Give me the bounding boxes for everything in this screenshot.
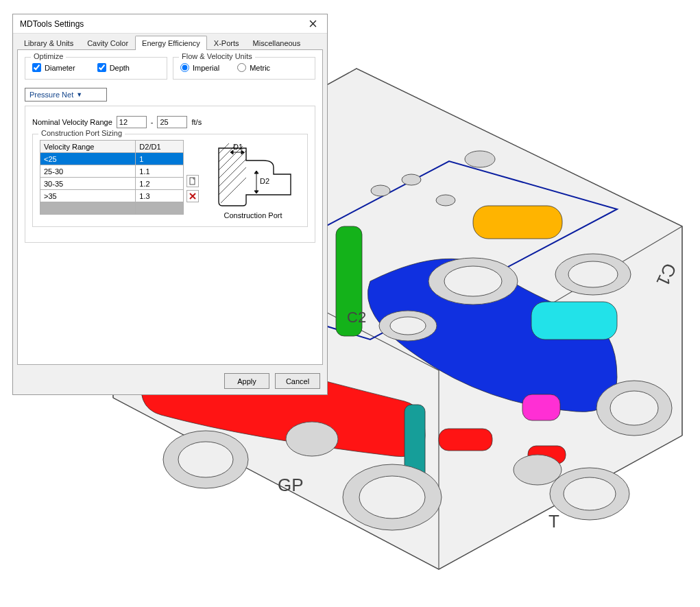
svg-point-18 (178, 442, 233, 477)
net-dropdown[interactable]: Pressure Net ▼ (25, 88, 107, 102)
tab-x-ports[interactable]: X-Ports (207, 36, 246, 50)
tab-library-units[interactable]: Library & Units (17, 36, 80, 50)
svg-point-10 (444, 266, 502, 296)
label-gp: GP (278, 475, 304, 496)
cps-th-range: Velocity Range (40, 141, 136, 153)
cps-table[interactable]: Velocity Range D2/D1 <25 1 (40, 140, 184, 215)
svg-point-12 (390, 317, 426, 335)
diagram-caption: Construction Port (206, 211, 300, 219)
settings-dialog: MDTools Settings Library & Units Cavity … (12, 14, 328, 395)
table-row[interactable]: 25-30 1.1 (40, 165, 184, 178)
cell-range: 30-35 (40, 178, 136, 190)
chevron-down-icon: ▼ (76, 91, 82, 98)
document-icon (189, 177, 197, 185)
units-legend: Flow & Velocity Units (179, 52, 255, 60)
cell-range: <25 (40, 153, 136, 165)
svg-line-38 (221, 178, 246, 203)
net-dropdown-value: Pressure Net (29, 91, 73, 99)
cps-diagram: D1 D2 Construction Port (206, 140, 300, 219)
metric-radio-label[interactable]: Metric (237, 63, 270, 72)
svg-point-29 (436, 195, 455, 206)
imperial-radio-label[interactable]: Imperial (180, 63, 219, 72)
svg-point-30 (465, 151, 495, 167)
cps-legend: Construction Port Sizing (38, 129, 125, 137)
delete-icon (189, 192, 197, 200)
cell-ratio: 1.1 (136, 165, 184, 178)
range-label: Nominal Velocity Range (32, 118, 112, 126)
optimize-legend: Optimize (31, 52, 66, 60)
imperial-radio[interactable] (180, 63, 189, 72)
dialog-footer: Apply Cancel (13, 369, 327, 394)
titlebar[interactable]: MDTools Settings (13, 14, 327, 34)
cps-th-ratio: D2/D1 (136, 141, 184, 153)
tab-body: Optimize Diameter Depth Flow & Velocity … (17, 49, 323, 365)
apply-button[interactable]: Apply (224, 373, 269, 389)
depth-checkbox[interactable] (97, 63, 106, 72)
svg-point-16 (610, 391, 658, 425)
svg-point-27 (371, 185, 390, 196)
diameter-checkbox-label[interactable]: Diameter (32, 63, 75, 72)
table-row[interactable]: >35 1.3 (40, 190, 184, 202)
diameter-text: Diameter (45, 64, 75, 72)
cell-range: >35 (40, 190, 136, 202)
diameter-checkbox[interactable] (32, 63, 41, 72)
tab-cavity-color[interactable]: Cavity Color (80, 36, 135, 50)
depth-checkbox-label[interactable]: Depth (97, 63, 130, 72)
table-row[interactable]: <25 1 (40, 153, 184, 165)
delete-row-button[interactable] (186, 190, 199, 202)
svg-rect-6 (531, 302, 617, 340)
add-row-button[interactable] (186, 175, 199, 187)
svg-point-21 (359, 476, 425, 519)
svg-point-28 (402, 174, 421, 185)
tab-energy-efficiency[interactable]: Energy Efficiency (135, 36, 207, 50)
optimize-group: Optimize Diameter Depth (25, 57, 167, 80)
cancel-button[interactable]: Cancel (275, 373, 320, 389)
net-panel: Nominal Velocity Range - ft/s Constructi… (25, 106, 315, 243)
svg-point-14 (568, 261, 618, 287)
range-from-input[interactable] (117, 116, 147, 128)
depth-text: Depth (110, 64, 130, 72)
table-row-new[interactable] (40, 202, 184, 215)
table-row[interactable]: 30-35 1.2 (40, 178, 184, 190)
svg-point-19 (286, 422, 338, 456)
metric-text: Metric (250, 64, 270, 72)
metric-radio[interactable] (237, 63, 246, 72)
svg-line-37 (219, 167, 246, 195)
imperial-text: Imperial (193, 64, 219, 72)
tab-strip: Library & Units Cavity Color Energy Effi… (13, 34, 327, 49)
close-button[interactable] (302, 16, 323, 32)
cell-ratio: 1.2 (136, 178, 184, 190)
cell-ratio: 1 (136, 153, 184, 165)
range-dash: - (151, 118, 154, 126)
svg-point-24 (564, 477, 616, 510)
dialog-title: MDTools Settings (20, 19, 302, 29)
range-unit: ft/s (191, 118, 202, 126)
label-t: T (548, 511, 559, 532)
range-to-input[interactable] (157, 116, 187, 128)
units-group: Flow & Velocity Units Imperial Metric (173, 57, 315, 80)
svg-rect-2 (439, 429, 492, 451)
tab-miscellaneous[interactable]: Miscellaneous (246, 36, 308, 50)
svg-line-36 (219, 159, 246, 187)
svg-rect-7 (522, 394, 560, 420)
cps-group: Construction Port Sizing Velocity Range … (32, 134, 308, 227)
d1-label: D1 (233, 143, 243, 151)
svg-rect-5 (473, 206, 562, 239)
cell-range: 25-30 (40, 165, 136, 178)
svg-line-35 (219, 151, 246, 178)
d2-label: D2 (260, 177, 269, 185)
svg-point-22 (514, 455, 562, 485)
label-c2: C2 (347, 309, 366, 326)
cell-ratio: 1.3 (136, 190, 184, 202)
